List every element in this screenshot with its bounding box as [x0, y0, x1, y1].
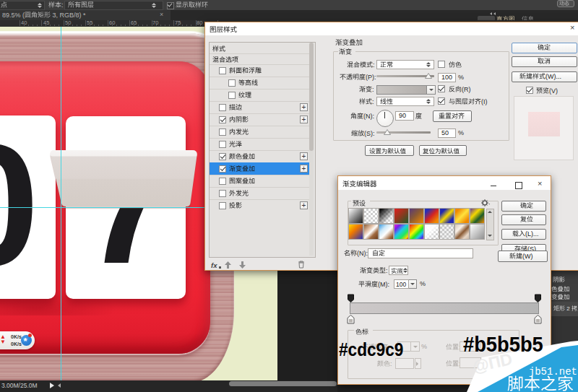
svg-text:0: 0 — [0, 108, 39, 302]
